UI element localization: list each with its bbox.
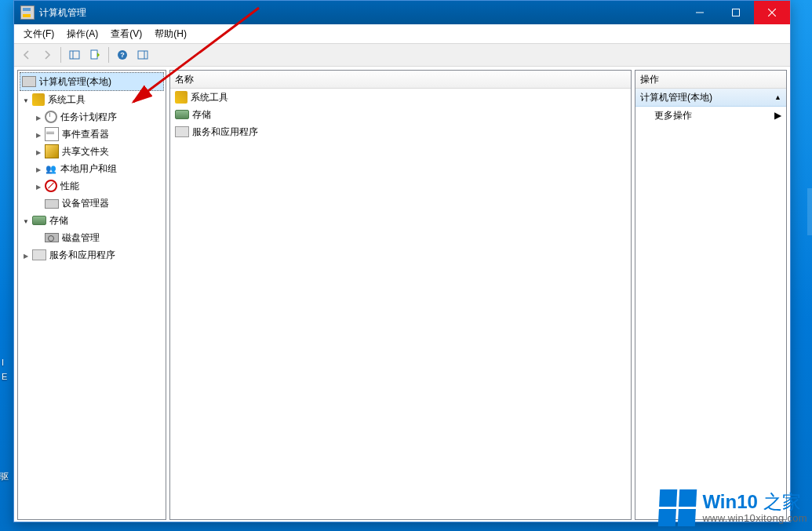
menu-view[interactable]: 查看(V): [104, 25, 148, 43]
expand-toggle[interactable]: [32, 147, 45, 156]
properties-button[interactable]: [86, 45, 104, 64]
actions-panel: 操作 计算机管理(本地) ▲ 更多操作 ▶: [635, 70, 787, 520]
tree-label: 服务和应用程序: [49, 249, 115, 262]
expand-toggle[interactable]: [32, 181, 45, 191]
clock-icon: [45, 111, 57, 123]
tree-root-label: 计算机管理(本地): [39, 75, 111, 89]
svg-rect-6: [91, 50, 97, 59]
computer-icon: [22, 76, 36, 87]
tree-label: 共享文件夹: [62, 145, 109, 158]
show-hide-tree-button[interactable]: [65, 45, 84, 64]
tree-root[interactable]: 计算机管理(本地): [20, 72, 164, 91]
tree-task-scheduler[interactable]: 任务计划程序: [20, 108, 164, 125]
storage-icon: [32, 216, 46, 225]
action-more[interactable]: 更多操作 ▶: [635, 107, 786, 124]
watermark: Win10 之家 www.win10xitong.com: [659, 489, 807, 526]
tree-label: 设备管理器: [62, 197, 109, 210]
action-more-label: 更多操作: [654, 109, 692, 122]
minimize-button[interactable]: [682, 1, 718, 24]
column-header-name[interactable]: 名称: [170, 71, 631, 89]
watermark-brand-a: Win10: [702, 491, 757, 512]
tree-device-manager[interactable]: 设备管理器: [20, 195, 164, 212]
expand-toggle[interactable]: [32, 129, 45, 139]
menu-help[interactable]: 帮助(H): [148, 25, 193, 43]
details-panel: 名称 系统工具 存储 服务和应用程序: [169, 70, 632, 520]
tools-icon: [175, 91, 188, 104]
tree-event-viewer[interactable]: 事件查看器: [20, 125, 164, 143]
menubar: 文件(F) 操作(A) 查看(V) 帮助(H): [14, 24, 790, 44]
desktop-label-2: E: [2, 372, 7, 381]
back-button[interactable]: [17, 45, 36, 64]
tree-shared-folders[interactable]: 共享文件夹: [20, 143, 164, 160]
toolbar-separator: [60, 47, 61, 63]
tree-label: 任务计划程序: [60, 111, 117, 124]
expand-toggle[interactable]: [20, 216, 32, 225]
storage-icon: [175, 110, 189, 119]
tree-disk-management[interactable]: 磁盘管理: [20, 229, 164, 246]
menu-file[interactable]: 文件(F): [17, 25, 60, 43]
tree-services-apps[interactable]: 服务和应用程序: [20, 246, 164, 264]
list-item-storage[interactable]: 存储: [170, 106, 631, 123]
windows-logo-icon: [658, 489, 697, 526]
submenu-arrow-icon: ▶: [774, 110, 781, 121]
device-manager-icon: [45, 199, 59, 209]
show-action-pane-button[interactable]: [133, 45, 152, 64]
tree-label: 磁盘管理: [62, 231, 100, 245]
tree-label: 系统工具: [48, 93, 86, 107]
actions-subheader[interactable]: 计算机管理(本地) ▲: [635, 89, 786, 107]
expand-toggle[interactable]: [20, 95, 32, 104]
desktop-label-3: 驱: [0, 471, 9, 482]
toolbar-separator: [108, 47, 109, 63]
app-icon: [20, 5, 35, 20]
expand-toggle[interactable]: [32, 164, 45, 173]
tree-label: 性能: [60, 180, 79, 193]
disk-icon: [45, 233, 59, 242]
expand-toggle[interactable]: [32, 112, 45, 122]
tree-performance[interactable]: 性能: [20, 177, 164, 195]
list-label: 系统工具: [191, 91, 228, 104]
tree-label: 事件查看器: [62, 128, 109, 141]
close-button[interactable]: [754, 1, 790, 24]
services-icon: [175, 126, 189, 137]
desktop-label-1: I: [2, 358, 7, 367]
list-item-system-tools[interactable]: 系统工具: [170, 89, 631, 106]
tree-storage[interactable]: 存储: [20, 212, 164, 229]
list-label: 服务和应用程序: [192, 125, 258, 139]
tree-system-tools[interactable]: 系统工具: [20, 91, 164, 108]
actions-header: 操作: [635, 71, 786, 89]
svg-rect-1: [733, 9, 740, 16]
desktop-side-panel: [807, 188, 812, 235]
help-button[interactable]: ?: [113, 45, 132, 64]
event-viewer-icon: [45, 127, 59, 141]
users-icon: [45, 162, 57, 175]
desktop-icons: I E: [0, 353, 9, 386]
svg-rect-9: [138, 51, 147, 59]
tools-icon: [32, 93, 45, 106]
navigation-tree-panel: 计算机管理(本地) 系统工具 任务计划程序: [17, 70, 166, 520]
window-title: 计算机管理: [39, 6, 86, 20]
computer-management-window: 计算机管理 文件(F) 操作(A) 查看(V) 帮助(H) ?: [13, 0, 791, 522]
watermark-brand-b: 之家: [763, 491, 801, 512]
menu-action[interactable]: 操作(A): [60, 25, 104, 43]
watermark-url: www.win10xitong.com: [702, 513, 807, 524]
actions-subheader-label: 计算机管理(本地): [640, 91, 712, 104]
content-area: 计算机管理(本地) 系统工具 任务计划程序: [14, 67, 790, 523]
maximize-button[interactable]: [718, 1, 754, 24]
titlebar[interactable]: 计算机管理: [14, 1, 790, 24]
tree-label: 本地用户和组: [60, 162, 117, 176]
svg-rect-4: [70, 51, 79, 59]
expand-toggle[interactable]: [20, 250, 32, 260]
shared-folders-icon: [45, 144, 59, 158]
toolbar: ?: [14, 44, 790, 67]
services-icon: [32, 249, 46, 260]
list-item-services[interactable]: 服务和应用程序: [170, 123, 631, 140]
tree-label: 存储: [49, 214, 68, 227]
list-label: 存储: [192, 108, 211, 122]
tree-local-users[interactable]: 本地用户和组: [20, 160, 164, 177]
svg-text:?: ?: [120, 51, 125, 59]
forward-button[interactable]: [38, 45, 56, 64]
performance-icon: [45, 180, 57, 192]
collapse-icon[interactable]: ▲: [774, 93, 781, 101]
